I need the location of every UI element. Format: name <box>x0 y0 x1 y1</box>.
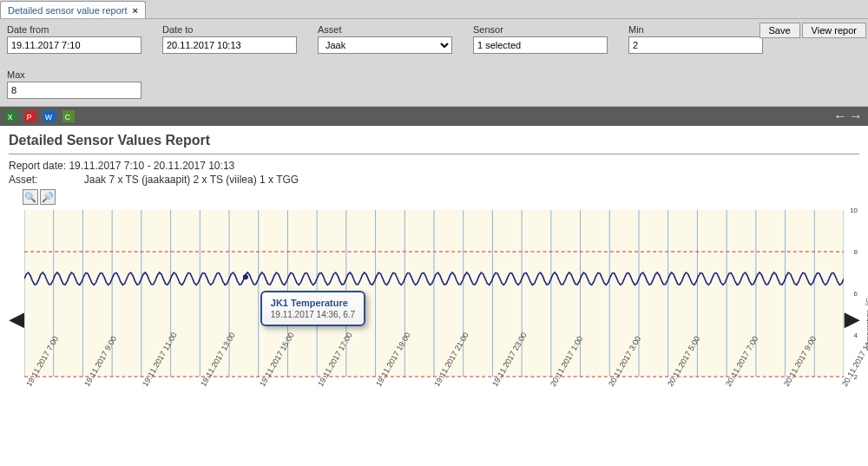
divider <box>9 154 859 154</box>
report-title: Detailed Sensor Values Report <box>9 133 859 148</box>
label-date-from: Date from <box>7 24 141 35</box>
svg-point-40 <box>243 274 248 279</box>
zoom-out-icon[interactable]: 🔎 <box>40 189 56 205</box>
chart-tooltip: JK1 Temperature 19.11.2017 14:36, 6.7 <box>260 291 365 326</box>
filter-date-to: Date to <box>162 24 297 54</box>
close-icon[interactable]: × <box>133 5 138 16</box>
y-tick-label: 6 <box>854 290 858 298</box>
input-date-from[interactable] <box>7 36 141 54</box>
csv-icon[interactable]: C <box>62 110 75 122</box>
y-tick-label: 8 <box>854 248 858 256</box>
chart-row: ◀ 246810 Temperature, °C JK1 Temperature… <box>9 207 859 432</box>
pdf-icon[interactable]: P <box>24 110 36 122</box>
label-sensor: Sensor <box>473 24 608 35</box>
filter-asset: Asset Jaak <box>318 24 452 54</box>
export-toolbar: X P W C ← → <box>0 107 868 126</box>
zoom-in-icon[interactable]: 🔍 <box>23 189 38 205</box>
asset-value: Jaak 7 x TS (jaakaapit) 2 x TS (viilea) … <box>84 174 299 186</box>
x-axis-ticks: 19.11.2017 7:0019.11.2017 9:0019.11.2017… <box>24 380 844 432</box>
select-asset[interactable]: Jaak <box>318 36 452 54</box>
asset-line: Asset: Jaak 7 x TS (jaakaapit) 2 x TS (v… <box>9 174 859 186</box>
input-sensor[interactable] <box>473 36 608 54</box>
excel-icon[interactable]: X <box>5 110 17 122</box>
filter-min: Min <box>628 24 763 54</box>
label-max: Max <box>7 69 861 80</box>
svg-text:P: P <box>27 113 32 121</box>
action-buttons: Save View repor <box>760 23 866 38</box>
report-area: Detailed Sensor Values Report Report dat… <box>0 126 868 450</box>
arrow-right-icon[interactable]: → <box>849 108 863 124</box>
input-min[interactable] <box>628 36 763 54</box>
zoom-controls: 🔍 🔎 <box>23 189 859 205</box>
input-max[interactable] <box>7 82 141 99</box>
filter-sensor: Sensor <box>473 24 608 54</box>
svg-text:C: C <box>65 113 70 121</box>
tooltip-title: JK1 Temperature <box>271 298 355 308</box>
y-tick-label: 10 <box>850 207 858 214</box>
svg-text:W: W <box>45 113 53 121</box>
filter-max: Max <box>7 69 861 99</box>
report-date-label: Report date: <box>9 160 66 172</box>
label-min: Min <box>628 24 763 35</box>
tab-detailed-sensor-report[interactable]: Detailed sensor value report × <box>0 1 146 18</box>
tab-label: Detailed sensor value report <box>8 5 128 16</box>
svg-text:X: X <box>8 113 13 121</box>
report-date-line: Report date: 19.11.2017 7:10 - 20.11.201… <box>9 160 859 172</box>
word-icon[interactable]: W <box>43 110 56 122</box>
save-button[interactable]: Save <box>760 23 800 38</box>
y-tick-label: 4 <box>854 331 858 339</box>
arrow-left-icon[interactable]: ← <box>833 108 847 124</box>
chart-prev-icon[interactable]: ◀ <box>9 308 24 331</box>
filter-date-from: Date from <box>7 24 141 54</box>
label-asset: Asset <box>318 24 452 35</box>
filter-bar: Date from Date to Asset Jaak Sensor Min … <box>0 19 868 107</box>
view-report-button[interactable]: View repor <box>802 23 866 38</box>
label-date-to: Date to <box>162 24 297 35</box>
chart-container: 246810 Temperature, °C JK1 Temperature 1… <box>24 207 844 432</box>
chart-next-icon[interactable]: ▶ <box>844 308 859 331</box>
tooltip-subtitle: 19.11.2017 14:36, 6.7 <box>271 310 355 319</box>
input-date-to[interactable] <box>162 36 297 54</box>
report-date-value: 19.11.2017 7:10 - 20.11.2017 10:13 <box>69 160 234 172</box>
tab-bar: Detailed sensor value report × <box>0 0 868 19</box>
asset-label: Asset: <box>9 174 37 186</box>
sensor-chart <box>24 207 844 380</box>
